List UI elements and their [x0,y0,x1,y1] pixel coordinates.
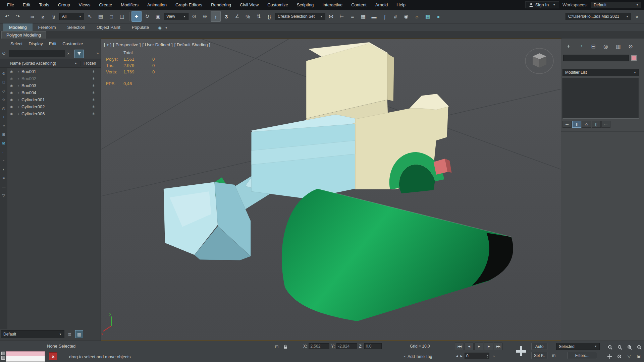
use-selection-center-icon[interactable]: ⊚ [200,11,210,22]
play-animation-icon[interactable]: ▶ [474,343,483,350]
toolbar-overflow-button[interactable]: » [632,11,642,22]
viewport-label-segment[interactable]: [ + ] [104,42,111,47]
filter-shapes-icon[interactable]: ◇ [1,88,6,94]
align-icon[interactable]: ⊨ [337,11,347,22]
modify-tab-icon[interactable]: ◔ [575,41,587,51]
add-time-tag[interactable]: ◔ Add Time Tag [403,354,432,359]
edit-named-selection-sets-icon[interactable]: {} [264,11,274,22]
object-name[interactable]: Cylinder002 [21,104,86,109]
key-filter-dropdown[interactable]: Selected ▼ [556,343,600,350]
ribbon-tab[interactable]: Freeform [33,23,62,31]
menu-item[interactable]: Modifiers [116,0,143,10]
undo-icon[interactable]: ↶ [2,11,12,22]
select-by-name-icon[interactable]: ▤ [96,11,106,22]
viewport-canvas[interactable]: y x [101,39,561,340]
frozen-toggle-icon[interactable]: ∗ [86,75,101,82]
menu-item[interactable]: Arnold [371,0,392,10]
next-key-icon[interactable]: ▶ [459,353,464,359]
object-name[interactable]: Cylinder001 [21,97,86,102]
ribbon-tab[interactable]: Modeling [3,23,33,31]
active-layer-dropdown[interactable]: Default ▼ [1,330,64,338]
stop-button[interactable]: × [49,352,57,360]
pin-stack-icon[interactable]: ⊸ [562,121,572,128]
go-to-end-icon[interactable]: ▶▶| [494,343,503,350]
layer-explorer-icon[interactable]: ≡ [347,11,358,22]
create-tab-icon[interactable]: + [563,41,574,51]
filters-button[interactable]: Filters... [568,352,597,359]
orbit-icon[interactable] [615,352,624,361]
next-frame-icon[interactable]: |▶ [484,343,493,350]
menu-item[interactable]: Customize [263,0,292,10]
reference-coordinate-dropdown[interactable]: View ▼ [164,13,189,20]
ribbon-tab[interactable]: Populate [126,23,155,31]
frozen-toggle-icon[interactable]: ∗ [86,110,101,117]
explorer-menu-item[interactable]: Edit [46,41,59,46]
layer-list-icon[interactable]: ≣ [66,330,73,338]
rendered-frame-window-icon[interactable]: ▦ [423,11,433,22]
select-object-icon[interactable]: ↖ [85,11,95,22]
filter-xrefs-icon[interactable]: ⊠ [1,140,6,146]
angle-snap-toggle-icon[interactable]: ∠ [232,11,242,22]
isolate-selection-icon[interactable]: ⊡ [273,343,280,350]
pan-view-icon[interactable] [605,352,614,361]
viewport[interactable]: y x [ + ][ Perspective ][ User Defined ]… [101,39,561,341]
unlink-selection-icon[interactable]: ø [38,11,48,22]
zoom-icon[interactable] [605,343,614,351]
set-key-big-button[interactable] [513,344,529,359]
mirror-icon[interactable]: ⋈ [326,11,336,22]
list-item[interactable]: ◉ ● Box002 ∗ [7,75,101,82]
list-item[interactable]: ◉ ● Box004 ∗ [7,89,101,96]
column-header-name[interactable]: Name (Sorted Ascending) [10,61,56,66]
explorer-overflow-icon[interactable]: » [96,51,99,56]
select-and-move-icon[interactable]: + [131,11,142,22]
list-item[interactable]: ◉ ● Box003 ∗ [7,82,101,89]
pick-object-icon[interactable]: ⊙ [2,51,6,56]
filter-button[interactable] [74,50,84,58]
zoom-extents-icon[interactable] [625,343,634,351]
explorer-menu-item[interactable]: Customize [59,41,86,46]
y-coordinate-field[interactable] [336,343,357,349]
filter-helpers-icon[interactable]: + [1,114,6,120]
explorer-menu-item[interactable]: Select [7,41,25,46]
menu-item[interactable]: File [3,0,18,10]
viewport-label-segment[interactable]: [ User Defined ] [142,42,172,47]
show-end-result-icon[interactable]: ‖ [572,121,581,128]
ribbon-flyout-icon[interactable]: ◉ ▼ [158,25,167,31]
viewport-label-segment[interactable]: [ Perspective ] [113,42,141,47]
schematic-view-icon[interactable]: # [390,11,400,22]
filter-cameras-icon[interactable]: ◎ [1,106,6,111]
maxscript-listener-input[interactable] [6,356,45,362]
key-filters-icon[interactable]: ⊞ [550,352,557,359]
list-item[interactable]: ◉ ● Cylinder001 ∗ [7,96,101,103]
frozen-toggle-icon[interactable]: ∗ [86,68,101,75]
hierarchy-tab-icon[interactable]: ⊟ [588,41,599,51]
use-pivot-point-center-icon[interactable]: ⊙ [189,11,199,22]
window-crossing-icon[interactable]: ◫ [117,11,127,22]
column-header-frozen[interactable]: Frozen [80,61,96,66]
zoom-region-icon[interactable] [634,343,643,351]
z-coordinate-field[interactable] [364,343,382,349]
modifier-list-dropdown[interactable]: Modifier List ▼ [562,69,639,76]
visibility-eye-icon[interactable]: ◉ [7,105,15,109]
menu-item[interactable]: Animation [143,0,171,10]
maxscript-listener-macro[interactable] [6,351,45,356]
object-name[interactable]: Box001 [21,69,86,74]
object-name[interactable]: Box004 [21,90,86,95]
previous-key-icon[interactable]: ◀ [455,353,459,359]
list-item[interactable]: ◉ ● Cylinder002 ∗ [7,103,101,110]
sign-in-button[interactable]: Sign In ▼ [525,1,559,8]
curve-editor-icon[interactable]: ∫ [380,11,390,22]
menu-item[interactable]: Content [347,0,371,10]
make-unique-icon[interactable]: ◇ [582,121,591,128]
field-of-view-icon[interactable]: ▽ [625,352,634,361]
frozen-toggle-icon[interactable]: ∗ [86,103,101,110]
auto-key-button[interactable]: Auto [531,343,547,350]
rectangular-selection-region-icon[interactable]: □ [106,11,116,22]
maximize-viewport-toggle-icon[interactable]: ▣ [634,352,643,361]
list-item[interactable]: ◉ ● Box001 ∗ [7,68,101,75]
filter-materials-icon[interactable]: ◐ [1,167,6,172]
explorer-menu-item[interactable]: Display [25,41,46,46]
object-name[interactable]: Box003 [21,83,86,88]
bind-to-space-warp-icon[interactable]: § [49,11,59,22]
zoom-all-icon[interactable] [615,343,624,351]
